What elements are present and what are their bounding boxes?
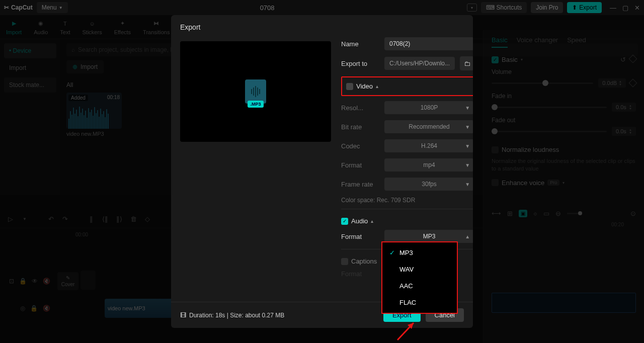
option-wav[interactable]: WAV [382, 261, 457, 278]
resolution-label: Resol... [341, 104, 379, 112]
exportto-input: C:/Users/HP/Downlo... [384, 57, 455, 70]
bitrate-label: Bit rate [341, 123, 379, 131]
chevron-down-icon: ▼ [465, 124, 470, 130]
video-section-highlighted[interactable]: Video ▴ [341, 76, 473, 96]
mp3-icon: .MP3 [245, 79, 266, 104]
chevron-down-icon: ▼ [465, 143, 470, 149]
chevron-down-icon: ▼ [465, 105, 470, 111]
exportto-label: Export to [341, 60, 379, 67]
annotation-arrow [392, 320, 423, 343]
vformat-label: Format [341, 161, 379, 169]
chevron-down-icon: ▼ [465, 162, 470, 168]
export-preview: .MP3 [180, 41, 331, 142]
chevron-down-icon: ▼ [465, 182, 470, 187]
option-mp3[interactable]: ✓MP3 [382, 244, 457, 261]
captions-section-label: Captions [351, 258, 377, 265]
name-label: Name [341, 40, 379, 48]
option-flac[interactable]: FLAC [382, 294, 457, 311]
codec-label: Codec [341, 142, 379, 150]
codec-select[interactable]: H.264▼ [384, 139, 473, 152]
chevron-up-icon: ▲ [465, 234, 470, 239]
video-checkbox[interactable] [346, 83, 353, 90]
framerate-select[interactable]: 30fps▼ [384, 178, 473, 191]
check-icon: ✓ [389, 249, 395, 256]
captions-checkbox[interactable] [341, 258, 348, 265]
framerate-label: Frame rate [341, 181, 379, 188]
resolution-select[interactable]: 1080P▼ [384, 101, 473, 114]
chevron-up-icon: ▴ [376, 83, 378, 89]
option-aac[interactable]: AAC [382, 278, 457, 294]
audio-section[interactable]: ✓ Audio ▴ [341, 217, 473, 225]
film-icon: 🎞 [180, 312, 186, 319]
audio-format-dropdown: ✓MP3 WAV AAC FLAC [381, 241, 458, 314]
bitrate-select[interactable]: Recommended▼ [384, 120, 473, 133]
cformat-label: Format [341, 270, 379, 278]
name-input[interactable]: 0708(2) [384, 37, 473, 50]
folder-icon: 🗀 [464, 60, 470, 67]
modal-title: Export [171, 23, 473, 37]
export-footer-info: 🎞Duration: 18s | Size: about 0.27 MB [180, 312, 284, 319]
vformat-select[interactable]: mp4▼ [384, 158, 473, 172]
video-section-label: Video [356, 82, 373, 90]
folder-button[interactable]: 🗀 [460, 56, 473, 70]
aformat-label: Format [341, 233, 379, 240]
chevron-up-icon: ▴ [371, 218, 373, 224]
colorspace-label: Color space: Rec. 709 SDR [341, 197, 473, 204]
audio-checkbox[interactable]: ✓ [341, 218, 348, 225]
audio-section-label: Audio [351, 217, 368, 225]
